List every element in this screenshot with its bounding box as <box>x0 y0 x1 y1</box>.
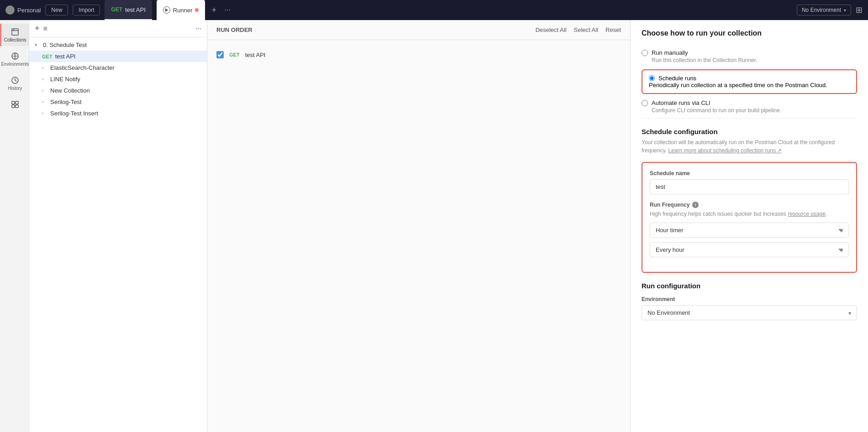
svg-rect-5 <box>12 105 15 108</box>
radio-option-schedule-highlighted: Schedule runs Periodically run collectio… <box>642 69 857 94</box>
collection-item-elasticsearch[interactable]: › ElasticSearch-Character <box>29 62 207 73</box>
radio-schedule-label[interactable]: Schedule runs <box>658 75 696 82</box>
hour-timer-select-wrap: Hour timer 5 minutes 15 minutes 30 minut… <box>650 223 849 238</box>
run-item: GET test API <box>216 47 621 62</box>
schedule-name-group: Schedule name <box>650 170 849 194</box>
collection-name: LINE Notify <box>50 76 80 83</box>
schedule-name-label: Schedule name <box>650 170 849 177</box>
collections-panel: + ≡ ··· ▾ 0. Schedule Test GET test API … <box>29 20 207 432</box>
collection-name: New Collection <box>50 87 90 94</box>
import-button[interactable]: Import <box>73 5 100 16</box>
collection-item-serilog-insert[interactable]: › Serilog-Test Insert <box>29 108 207 119</box>
tab-method: GET <box>111 6 122 13</box>
radio-cli[interactable] <box>642 100 648 106</box>
svg-rect-6 <box>16 105 18 108</box>
apps-icon <box>11 100 20 109</box>
svg-rect-4 <box>16 101 18 104</box>
collection-item-serilog-test[interactable]: › Serilog-Test <box>29 96 207 108</box>
user-avatar <box>5 5 15 15</box>
collection-name: ElasticSearch-Character <box>50 64 115 71</box>
radio-cli-label[interactable]: Automate runs via CLI <box>652 99 710 106</box>
runner-status-dot <box>195 8 199 12</box>
environment-label: Environment <box>642 296 857 302</box>
run-item-checkbox[interactable] <box>216 51 224 58</box>
method-label-get: GET <box>42 54 53 59</box>
collection-name: Serilog-Test Insert <box>50 110 98 117</box>
chevron-right-icon: › <box>42 65 47 70</box>
choose-run-title: Choose how to run your collection <box>642 29 857 37</box>
center-panel: RUN ORDER Deselect All Select All Reset … <box>207 20 631 432</box>
add-collection-button[interactable]: + <box>35 24 40 33</box>
run-items-list: GET test API <box>207 40 630 69</box>
collections-tree: ▾ 0. Schedule Test GET test API › Elasti… <box>29 37 207 432</box>
runner-play-icon <box>163 6 170 14</box>
environment-selector[interactable]: No Environment ▾ <box>797 5 851 16</box>
info-icon[interactable]: i <box>692 202 699 208</box>
collection-root[interactable]: ▾ 0. Schedule Test <box>29 39 207 51</box>
more-tabs-button[interactable]: ··· <box>223 6 232 14</box>
chevron-right-icon: › <box>42 77 47 82</box>
frequency-desc: High frequency helps catch issues quicke… <box>650 210 849 218</box>
radio-manually-label[interactable]: Run manually <box>652 49 688 56</box>
runner-label: Runner <box>173 7 193 14</box>
collection-root-name: 0. Schedule Test <box>43 42 87 48</box>
schedule-config-section: Schedule configuration Your collection w… <box>642 128 857 273</box>
every-hour-select[interactable]: Every hour Every 2 hours Every 6 hours E… <box>650 242 849 257</box>
chevron-right-icon: › <box>42 88 47 93</box>
new-button[interactable]: New <box>45 5 68 16</box>
schedule-config-title: Schedule configuration <box>642 128 857 135</box>
resource-usage-link[interactable]: resource usage <box>788 211 826 217</box>
radio-schedule[interactable] <box>649 75 655 81</box>
schedule-config-desc: Your collection will be automatically ru… <box>642 138 857 155</box>
run-config-section: Run configuration Environment No Environ… <box>642 282 857 320</box>
deselect-all-button[interactable]: Deselect All <box>536 26 567 33</box>
chevron-right-icon: › <box>42 111 47 116</box>
env-chevron-icon: ▾ <box>844 8 846 13</box>
run-order-title: RUN ORDER <box>216 26 526 33</box>
collection-item-get-test-api[interactable]: GET test API <box>29 51 207 62</box>
run-item-name: test API <box>245 52 266 58</box>
grid-icon[interactable]: ⊞ <box>856 5 863 15</box>
get-tab[interactable]: GET test API <box>105 0 152 20</box>
runner-tab[interactable]: Runner <box>157 0 205 20</box>
tab-name: test API <box>125 6 146 13</box>
environment-dropdown-wrap: No Environment <box>642 305 857 320</box>
radio-option-manual: Run manually Run this collection in the … <box>642 45 857 68</box>
request-name: test API <box>55 53 76 60</box>
schedule-name-input[interactable] <box>650 179 849 194</box>
collection-item-line-notify[interactable]: › LINE Notify <box>29 73 207 85</box>
radio-schedule-desc: Periodically run collection at a specifi… <box>649 82 850 88</box>
sidebar-item-collections[interactable]: Collections <box>0 24 29 46</box>
collections-icon <box>11 27 20 36</box>
collection-name: Serilog-Test <box>50 99 82 105</box>
chevron-right-icon: › <box>42 99 47 104</box>
history-icon <box>11 76 20 85</box>
radio-manually-desc: Run this collection in the Collection Ru… <box>652 57 857 63</box>
panel-header: + ≡ ··· <box>29 20 207 37</box>
select-all-button[interactable]: Select All <box>574 26 598 33</box>
run-config-title: Run configuration <box>642 282 857 290</box>
learn-more-link[interactable]: Learn more about scheduling collection r… <box>668 147 782 154</box>
run-item-method: GET <box>229 52 240 57</box>
radio-cli-desc: Configure CLI command to run on your bui… <box>652 107 857 114</box>
radio-option-cli: Automate runs via CLI Configure CLI comm… <box>642 95 857 119</box>
sidebar-item-history[interactable]: History <box>0 72 29 94</box>
run-frequency-label-row: Run Frequency i <box>650 202 849 208</box>
history-label: History <box>8 86 22 91</box>
filter-button[interactable]: ≡ <box>43 25 47 33</box>
radio-manually[interactable] <box>642 50 648 56</box>
run-frequency-text: Run Frequency <box>650 202 689 208</box>
sidebar-item-apps[interactable] <box>0 96 29 113</box>
schedule-config-form-highlighted: Schedule name Run Frequency i High frequ… <box>642 162 857 273</box>
hour-timer-select[interactable]: Hour timer 5 minutes 15 minutes 30 minut… <box>650 223 849 238</box>
user-workspace[interactable]: Personal <box>5 5 41 15</box>
run-order-header: RUN ORDER Deselect All Select All Reset <box>207 20 630 40</box>
panel-more-button[interactable]: ··· <box>195 25 201 33</box>
sidebar-item-environments[interactable]: Environments <box>0 48 29 70</box>
collections-label: Collections <box>4 37 26 42</box>
reset-button[interactable]: Reset <box>605 26 621 33</box>
environment-dropdown[interactable]: No Environment <box>642 305 857 320</box>
topbar: Personal New Import GET test API Runner … <box>0 0 868 20</box>
collection-item-new[interactable]: › New Collection <box>29 85 207 96</box>
new-tab-button[interactable]: + <box>210 5 218 15</box>
